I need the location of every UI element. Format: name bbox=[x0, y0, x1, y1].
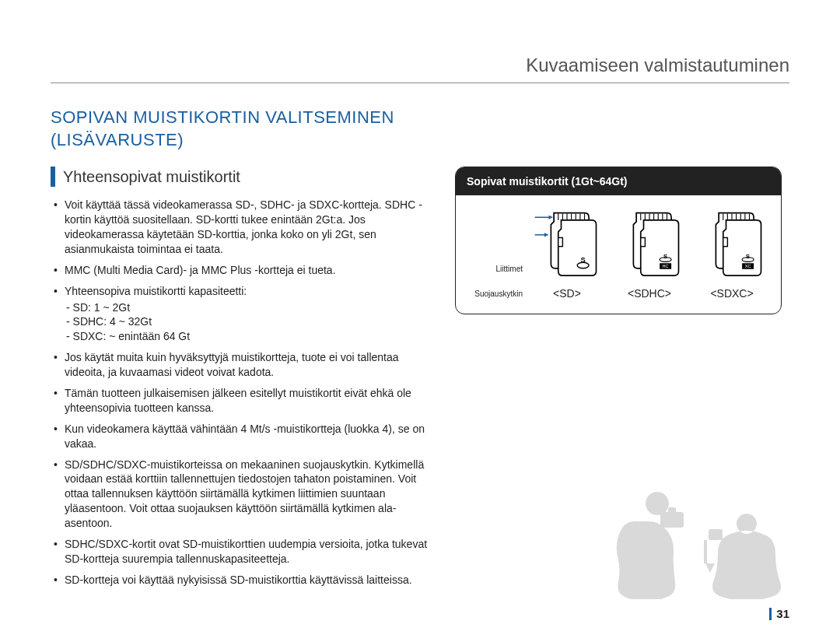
memory-card-figure: S HC <SDHC> bbox=[614, 208, 684, 300]
page-number: 31 bbox=[776, 607, 789, 620]
sd-card-icon: S XC bbox=[697, 208, 767, 278]
cards-row: S <SD> S bbox=[526, 208, 773, 300]
bullet-list: Voit käyttää tässä videokamerassa SD-, S… bbox=[51, 198, 432, 587]
subheading-row: Yhteensopivat muistikortit bbox=[51, 167, 432, 187]
memory-card-caption: <SDXC> bbox=[710, 287, 753, 300]
svg-text:HC: HC bbox=[663, 264, 669, 268]
main-heading: SOPIVAN MUISTIKORTIN VALITSEMINEN (LISÄV… bbox=[51, 107, 789, 151]
bullet-item: Voit käyttää tässä videokamerassa SD-, S… bbox=[54, 198, 432, 257]
card-label-column: Liittimet Suojauskytkin bbox=[464, 259, 526, 300]
subheading: Yhteensopivat muistikortit bbox=[63, 168, 240, 186]
memory-card-caption: <SD> bbox=[553, 287, 581, 300]
svg-rect-20 bbox=[641, 238, 646, 247]
chapter-header: Kuvaamiseen valmistautuminen bbox=[51, 54, 789, 83]
bullet-item: MMC (Multi Media Card)- ja MMC Plus -kor… bbox=[54, 263, 432, 278]
chapter-title: Kuvaamiseen valmistautuminen bbox=[526, 54, 789, 75]
bullet-item: SDHC/SDXC-kortit ovat SD-muistikorttien … bbox=[54, 537, 432, 567]
svg-rect-36 bbox=[668, 507, 676, 514]
sd-card-icon: S HC bbox=[614, 208, 684, 278]
memory-card-caption: <SDHC> bbox=[628, 287, 671, 300]
label-switch: Suojauskytkin bbox=[464, 289, 523, 300]
memory-card-panel: Sopivat muistikortit (1Gt~64Gt) Liittime… bbox=[455, 167, 782, 314]
left-column: Yhteensopivat muistikortit Voit käyttää … bbox=[51, 167, 432, 593]
bullet-item: SD/SDHC/SDXC-muistikorteissa on mekaanin… bbox=[54, 458, 432, 531]
svg-text:S: S bbox=[746, 253, 750, 260]
bullet-item: Jos käytät muita kuin hyväksyttyjä muist… bbox=[54, 350, 432, 380]
svg-rect-11 bbox=[558, 238, 563, 247]
person-crouching-icon bbox=[611, 482, 696, 599]
sd-card-icon: S bbox=[532, 208, 602, 278]
person-sitting-icon bbox=[704, 506, 789, 599]
svg-rect-37 bbox=[709, 529, 723, 540]
svg-rect-38 bbox=[704, 540, 707, 563]
svg-text:XC: XC bbox=[745, 264, 751, 268]
svg-text:S: S bbox=[663, 253, 667, 260]
label-terminals: Liittimet bbox=[464, 264, 523, 275]
subheading-accent bbox=[51, 167, 55, 187]
memory-card-figure: S <SD> bbox=[532, 208, 602, 300]
svg-rect-35 bbox=[660, 512, 684, 528]
bullet-item: Tämän tuotteen julkaisemisen jälkeen esi… bbox=[54, 386, 432, 416]
memory-card-figure: S XC <SDXC> bbox=[697, 208, 767, 300]
page-number-wrap: 31 bbox=[769, 607, 789, 620]
bullet-item: Yhteensopiva muistikortti kapasiteetti:-… bbox=[54, 284, 432, 345]
memory-card-panel-title: Sopivat muistikortit (1Gt~64Gt) bbox=[456, 167, 781, 195]
decorative-silhouette bbox=[611, 482, 789, 599]
svg-marker-1 bbox=[549, 216, 553, 220]
svg-marker-3 bbox=[544, 233, 548, 237]
bullet-item: Kun videokamera käyttää vähintään 4 Mt/s… bbox=[54, 422, 432, 451]
svg-rect-31 bbox=[723, 238, 728, 247]
bullet-item: SD-kortteja voi käyttää nykyisissä SD-mu… bbox=[54, 573, 432, 588]
page-number-accent bbox=[769, 608, 772, 620]
